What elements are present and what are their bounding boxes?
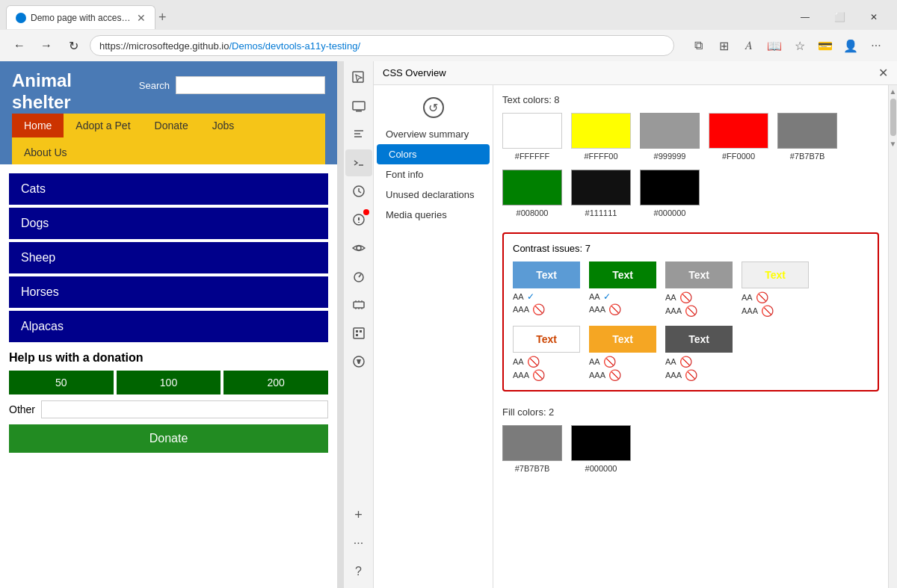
- site-content: Cats Dogs Sheep Horses Alpacas Help us w…: [0, 164, 337, 462]
- animal-alpacas[interactable]: Alpacas: [9, 311, 328, 342]
- animal-cats[interactable]: Cats: [9, 173, 328, 205]
- immersive-reader-icon[interactable]: 📖: [762, 34, 786, 58]
- browser-chrome: Demo page with accessibility issu ✕ + — …: [0, 0, 897, 61]
- menu-overview-summary[interactable]: Overview summary: [374, 124, 493, 144]
- active-tab[interactable]: Demo page with accessibility issu ✕: [6, 5, 155, 29]
- menu-media-queries[interactable]: Media queries: [374, 205, 493, 225]
- aaa-cross-4: 🚫: [761, 305, 774, 317]
- fill-colors-section: Fill colors: 2 #7B7B7B #000000: [502, 406, 879, 473]
- contrast-text-2[interactable]: Text: [589, 261, 656, 288]
- nav-home[interactable]: Home: [12, 114, 64, 137]
- panel-scrollbar[interactable]: ▲ ▼: [888, 85, 897, 588]
- animal-dogs[interactable]: Dogs: [9, 208, 328, 239]
- website-preview: Animal shelter Search Home Adopt a Pet D…: [0, 61, 344, 588]
- contrast-item-7: Text AA 🚫 AAA 🚫: [665, 326, 733, 381]
- aa-cross-7: 🚫: [679, 356, 692, 368]
- color-swatch-white[interactable]: [502, 113, 562, 149]
- fill-swatch-gray[interactable]: [502, 425, 562, 461]
- maximize-button[interactable]: ⬜: [822, 5, 857, 29]
- color-darkgray: #7B7B7B: [777, 113, 837, 161]
- animal-horses[interactable]: Horses: [9, 276, 328, 308]
- menu-colors[interactable]: Colors: [377, 144, 490, 164]
- refresh-button[interactable]: ↻: [63, 35, 84, 56]
- minimize-button[interactable]: —: [788, 5, 822, 29]
- css-overview-icon[interactable]: [345, 348, 372, 375]
- color-label-black: #000000: [654, 208, 686, 217]
- sources-icon[interactable]: [345, 178, 372, 205]
- forward-button[interactable]: →: [36, 35, 57, 56]
- color-swatch-gray[interactable]: [640, 113, 700, 149]
- inspect-element-icon[interactable]: [345, 64, 372, 91]
- favorites-icon[interactable]: ☆: [788, 34, 812, 58]
- aaa-cross-6: 🚫: [608, 369, 621, 381]
- new-tab-button[interactable]: +: [158, 10, 167, 25]
- donate-200-button[interactable]: 200: [224, 371, 328, 394]
- contrast-text-1[interactable]: Text: [513, 261, 580, 288]
- device-emulation-icon[interactable]: [345, 93, 372, 120]
- color-swatch-black[interactable]: [640, 170, 700, 205]
- network-icon[interactable]: [345, 235, 372, 261]
- scroll-thumb[interactable]: [890, 99, 896, 136]
- read-aloud-icon[interactable]: 𝐴: [737, 34, 761, 58]
- settings-more-icon[interactable]: ···: [864, 34, 888, 58]
- issues-icon[interactable]: [345, 206, 372, 233]
- memory-icon[interactable]: [345, 291, 372, 318]
- contrast-text-6[interactable]: Text: [589, 326, 656, 353]
- profile-icon[interactable]: 👤: [839, 34, 863, 58]
- url-bar[interactable]: https://microsoftedge.github.io/Demos/de…: [90, 35, 674, 56]
- browser-wallet-icon[interactable]: 💳: [813, 34, 837, 58]
- collections-icon[interactable]: ⊞: [712, 34, 736, 58]
- sidebar-more-icon[interactable]: ···: [345, 530, 372, 557]
- fill-color-gray: #7B7B7B: [502, 425, 562, 473]
- menu-unused-declarations[interactable]: Unused declarations: [374, 185, 493, 205]
- color-label-gray: #999999: [654, 152, 686, 161]
- contrast-text-4[interactable]: Text: [742, 261, 809, 288]
- nav-adopt[interactable]: Adopt a Pet: [64, 114, 142, 137]
- contrast-ratings-2: AA ✓ AAA 🚫: [589, 291, 656, 315]
- menu-font-info[interactable]: Font info: [374, 164, 493, 185]
- animal-sheep[interactable]: Sheep: [9, 242, 328, 273]
- nav-jobs[interactable]: Jobs: [200, 114, 247, 137]
- svg-rect-2: [356, 111, 362, 112]
- nav-donate[interactable]: Donate: [143, 114, 200, 137]
- nav-about[interactable]: About Us: [12, 140, 325, 164]
- help-icon[interactable]: ?: [345, 558, 372, 585]
- other-amount-input[interactable]: [41, 400, 328, 418]
- aaa-cross-3: 🚫: [685, 305, 697, 317]
- fill-swatch-black[interactable]: [571, 425, 631, 461]
- color-swatch-darkgray[interactable]: [777, 113, 837, 149]
- console-icon[interactable]: [345, 149, 372, 176]
- svg-rect-11: [356, 334, 358, 336]
- add-tool-icon[interactable]: +: [345, 501, 372, 528]
- panel-close-button[interactable]: ✕: [878, 66, 888, 80]
- performance-icon[interactable]: [345, 263, 372, 290]
- split-screen-icon[interactable]: ⧉: [686, 34, 710, 58]
- scroll-down-button[interactable]: ▼: [890, 137, 896, 149]
- contrast-text-5[interactable]: Text: [513, 326, 580, 353]
- back-button[interactable]: ←: [9, 35, 30, 56]
- color-label-green: #008000: [517, 208, 549, 217]
- tab-close-button[interactable]: ✕: [137, 12, 146, 24]
- elements-icon[interactable]: [345, 121, 372, 148]
- close-button[interactable]: ✕: [857, 5, 891, 29]
- color-swatch-nearblack[interactable]: [571, 170, 631, 205]
- contrast-text-3[interactable]: Text: [665, 261, 733, 288]
- color-swatch-red[interactable]: [709, 113, 768, 149]
- resize-handle[interactable]: [337, 61, 343, 588]
- donate-button[interactable]: Donate: [9, 424, 328, 453]
- nav-menu: Home Adopt a Pet Donate Jobs: [12, 114, 325, 137]
- color-black: #000000: [640, 170, 700, 217]
- aa-check-2: ✓: [603, 291, 611, 302]
- donate-100-button[interactable]: 100: [117, 371, 221, 394]
- overview-refresh-icon[interactable]: ↺: [423, 97, 444, 118]
- contrast-text-7[interactable]: Text: [665, 326, 733, 353]
- scroll-up-button[interactable]: ▲: [890, 85, 896, 97]
- donate-50-button[interactable]: 50: [9, 371, 114, 394]
- search-input[interactable]: [176, 76, 325, 94]
- tab-bar: Demo page with accessibility issu ✕ + — …: [0, 0, 897, 30]
- issues-badge: [363, 209, 369, 215]
- color-swatch-yellow[interactable]: [571, 113, 631, 149]
- color-swatch-green[interactable]: [502, 170, 562, 205]
- color-label-darkgray: #7B7B7B: [790, 152, 824, 161]
- application-icon[interactable]: [345, 320, 372, 347]
